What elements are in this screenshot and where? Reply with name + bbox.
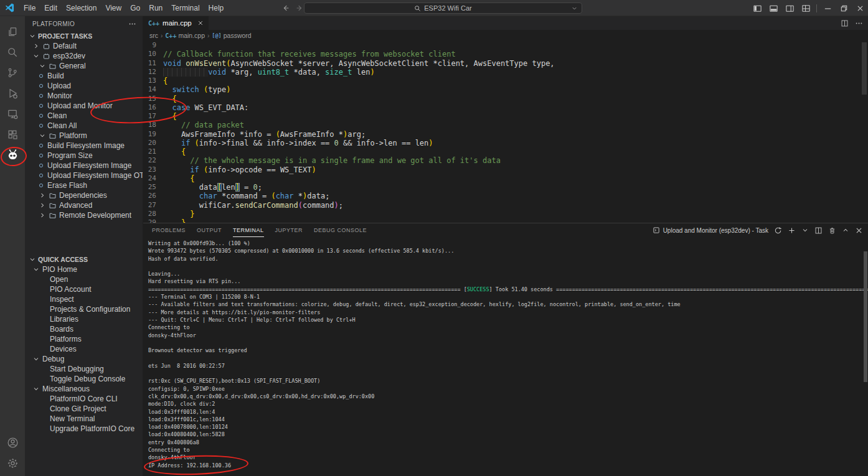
sidebar-item-toggle-debug-console[interactable]: Toggle Debug Console: [25, 374, 143, 384]
split-terminal-icon[interactable]: [814, 226, 823, 235]
menu-go[interactable]: Go: [126, 0, 144, 16]
menu-view[interactable]: View: [101, 0, 126, 16]
split-editor-icon[interactable]: [841, 19, 849, 27]
menu-file[interactable]: File: [19, 0, 40, 16]
sidebar-item-advanced[interactable]: Advanced: [25, 200, 143, 210]
breadcrumb-label: main.cpp: [178, 32, 205, 39]
chevron-up-icon[interactable]: [842, 226, 849, 234]
close-icon[interactable]: [855, 226, 863, 235]
settings-gear-icon[interactable]: [0, 453, 25, 474]
more-actions-icon[interactable]: [128, 20, 136, 28]
editor-scrollbar[interactable]: [862, 42, 867, 95]
close-icon[interactable]: [852, 0, 868, 16]
nav-back-icon[interactable]: [281, 4, 290, 12]
menu-terminal[interactable]: Terminal: [167, 0, 204, 16]
sidebar-item-remote-development[interactable]: Remote Development: [25, 210, 143, 220]
sidebar-item-default[interactable]: Default: [25, 41, 143, 51]
plus-icon[interactable]: [788, 226, 796, 235]
toggle-secondary-sidebar-icon[interactable]: [781, 0, 798, 16]
minimize-icon[interactable]: [819, 0, 836, 16]
sidebar-item-build[interactable]: Build: [25, 71, 143, 81]
breadcrumb-item-main-cpp[interactable]: C++main.cpp: [165, 32, 205, 39]
sidebar-item-platformio-core-cli[interactable]: PlatformIO Core CLI: [25, 394, 143, 404]
sidebar-item-clone-git-project[interactable]: Clone Git Project: [25, 404, 143, 414]
sidebar-item-upload-filesystem-image-ota[interactable]: Upload Filesystem Image OTA: [25, 170, 143, 180]
sidebar-item-general[interactable]: General: [25, 61, 143, 71]
sidebar-item-start-debugging[interactable]: Start Debugging: [25, 364, 143, 374]
sidebar-item-erase-flash[interactable]: Erase Flash: [25, 180, 143, 190]
tab-label: main.cpp: [163, 19, 192, 27]
sidebar-item-pio-account[interactable]: PIO Account: [25, 284, 143, 294]
breadcrumb-item-password[interactable]: [@]password: [212, 32, 251, 39]
terminal-task-item[interactable]: Upload and Monitor (esp32dev) - Task: [653, 226, 768, 234]
run-debug-icon[interactable]: [0, 83, 25, 103]
panel-tab-debug-console[interactable]: DEBUG CONSOLE: [314, 223, 367, 237]
panel-tab-output[interactable]: OUTPUT: [197, 223, 222, 237]
line-number: 19: [143, 130, 163, 139]
panel-tab-problems[interactable]: PROBLEMS: [152, 223, 186, 237]
menu-help[interactable]: Help: [204, 0, 229, 16]
toggle-panel-icon[interactable]: [765, 0, 781, 16]
chevron-down-icon: [29, 256, 36, 263]
close-tab-icon[interactable]: [197, 20, 204, 26]
sidebar-item-boards[interactable]: Boards: [25, 324, 143, 334]
restore-icon[interactable]: [836, 0, 852, 16]
sidebar-item-new-terminal[interactable]: New Terminal: [25, 414, 143, 424]
breadcrumb-item-src[interactable]: src: [149, 32, 158, 39]
sidebar-item-upgrade-platformio-core[interactable]: Upgrade PlatformIO Core: [25, 424, 143, 434]
breadcrumb-separator: ›: [207, 32, 209, 39]
toggle-sidebar-icon[interactable]: [749, 0, 765, 16]
folder-icon: [49, 132, 57, 140]
sidebar-item-projects-configuration[interactable]: Projects & Configuration: [25, 304, 143, 314]
tab-main-cpp[interactable]: C++ main.cpp: [143, 16, 209, 30]
sidebar-item-devices[interactable]: Devices: [25, 344, 143, 354]
sidebar-item-platform[interactable]: Platform: [25, 131, 143, 141]
panel-tab-jupyter[interactable]: JUPYTER: [275, 223, 303, 237]
menu-edit[interactable]: Edit: [40, 0, 62, 16]
sidebar-item-upload[interactable]: Upload: [25, 81, 143, 91]
sidebar-item-miscellaneous[interactable]: Miscellaneous: [25, 384, 143, 394]
sidebar-item-clean[interactable]: Clean: [25, 111, 143, 121]
terminal-scrollbar[interactable]: [864, 251, 867, 382]
trash-icon[interactable]: [828, 226, 836, 235]
sidebar-item-esp32dev[interactable]: esp32dev: [25, 51, 143, 61]
sidebar-item-platforms[interactable]: Platforms: [25, 334, 143, 344]
section-header-project-tasks[interactable]: PROJECT TASKS: [25, 31, 143, 41]
nav-forward-icon[interactable]: [295, 4, 304, 12]
restart-icon[interactable]: [774, 226, 782, 235]
source-control-icon[interactable]: [0, 62, 25, 83]
sidebar-item-monitor[interactable]: Monitor: [25, 91, 143, 101]
account-icon[interactable]: [0, 432, 25, 453]
section-header-quick-access[interactable]: QUICK ACCESS: [25, 254, 143, 264]
sidebar-item-dependencies[interactable]: Dependencies: [25, 190, 143, 200]
remote-explorer-icon[interactable]: [0, 103, 25, 124]
task-circle-icon: [37, 142, 45, 149]
explorer-icon[interactable]: [0, 21, 25, 42]
sidebar-item-clean-all[interactable]: Clean All: [25, 121, 143, 131]
customize-layout-icon[interactable]: [798, 0, 814, 16]
sidebar-item-libraries[interactable]: Libraries: [25, 314, 143, 324]
sidebar-item-program-size[interactable]: Program Size: [25, 151, 143, 161]
sidebar-item-build-filesystem-image[interactable]: Build Filesystem Image: [25, 141, 143, 151]
command-center-search[interactable]: ESP32 Wifi Car: [304, 2, 582, 14]
panel-tab-terminal[interactable]: TERMINAL: [233, 223, 264, 237]
menu-selection[interactable]: Selection: [62, 0, 101, 16]
search-icon[interactable]: [0, 42, 25, 62]
sidebar-item-inspect[interactable]: Inspect: [25, 294, 143, 304]
sidebar-item-upload-and-monitor[interactable]: Upload and Monitor: [25, 101, 143, 111]
menu-run[interactable]: Run: [144, 0, 167, 16]
extensions-icon[interactable]: [0, 124, 25, 144]
sidebar-item-pio-home[interactable]: PIO Home: [25, 264, 143, 274]
platformio-icon[interactable]: [0, 144, 25, 165]
terminal-line: ets Jun 8 2016 00:22:57: [148, 362, 868, 370]
chevron-down-icon[interactable]: [571, 5, 578, 12]
editor-more-actions-icon[interactable]: [855, 19, 863, 27]
task-circle-icon: [37, 82, 45, 90]
line-number: 25: [143, 183, 163, 192]
sidebar-item-open[interactable]: Open: [25, 274, 143, 284]
terminal-output[interactable]: Writing at 0x000fd93b... (100 %)Wrote 99…: [143, 237, 868, 476]
code-editor[interactable]: 910// Callback function that receives me…: [143, 41, 868, 223]
sidebar-item-upload-filesystem-image[interactable]: Upload Filesystem Image: [25, 161, 143, 170]
sidebar-item-debug[interactable]: Debug: [25, 354, 143, 364]
chevron-down-icon[interactable]: [801, 226, 809, 234]
